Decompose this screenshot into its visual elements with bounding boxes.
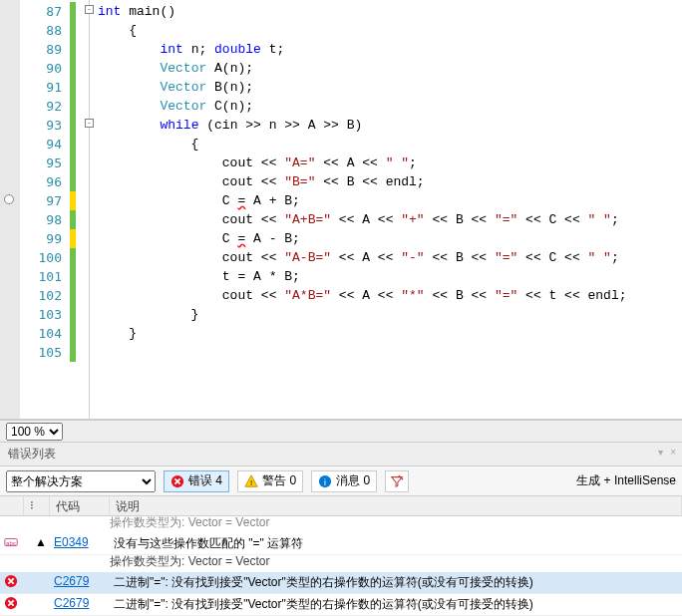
code-line[interactable]: } (98, 305, 682, 324)
line-number: 87 (20, 2, 70, 21)
filter-clear-icon (390, 474, 404, 488)
code-line[interactable]: cout << "A-B=" << A << "-" << B << "=" <… (98, 248, 682, 267)
error-icon (170, 474, 184, 488)
code-line[interactable]: while (cin >> n >> A >> B) (98, 116, 682, 135)
error-description: 二进制"=": 没有找到接受"Vector"类型的右操作数的运算符(或没有可接受… (114, 574, 678, 591)
error-row[interactable]: C2679二进制"=": 没有找到接受"Vector"类型的右操作数的运算符(或… (0, 572, 682, 594)
row-severity-icon (4, 596, 28, 610)
line-number: 89 (20, 40, 70, 59)
row-expand-icon[interactable]: ▲ (28, 535, 54, 549)
code-line[interactable]: } (98, 324, 682, 343)
zoom-bar: 100 % (0, 420, 682, 442)
col-code-header[interactable]: 代码 (50, 496, 110, 515)
svg-text:abc: abc (6, 539, 16, 546)
line-number: 99 (20, 229, 70, 248)
line-number: 102 (20, 286, 70, 305)
code-line[interactable]: Vector C(n); (98, 97, 682, 116)
line-number: 94 (20, 135, 70, 154)
code-editor[interactable]: 8788899091929394959697989910010110210310… (0, 0, 682, 420)
change-mark (70, 191, 76, 210)
line-number: 101 (20, 267, 70, 286)
generate-intellisense-label[interactable]: 生成 + IntelliSense (576, 472, 676, 489)
code-line[interactable]: cout << "A*B=" << A << "*" << B << "=" <… (98, 286, 682, 305)
code-area[interactable]: int main() { int n; double t; Vector A(n… (98, 0, 682, 419)
line-number: 91 (20, 78, 70, 97)
change-marks (70, 0, 84, 419)
code-line[interactable]: cout << "B=" << B << endl; (98, 172, 682, 191)
code-line[interactable]: cout << "A=" << A << " "; (98, 154, 682, 172)
code-line[interactable]: C = A - B; (98, 229, 682, 248)
error-row[interactable]: C2679二进制"=": 没有找到接受"Vector"类型的右操作数的运算符(或… (0, 594, 682, 616)
breakpoint-well-icon[interactable] (4, 194, 14, 204)
error-row[interactable]: abc▲E0349没有与这些操作数匹配的 "=" 运算符 (0, 533, 682, 555)
line-number: 93 (20, 116, 70, 135)
error-description: 没有与这些操作数匹配的 "=" 运算符 (114, 535, 678, 552)
warnings-tab[interactable]: ! 警告 0 (237, 470, 303, 492)
messages-tab-label: 消息 0 (336, 472, 370, 489)
error-list-columns: ⁝ 代码 说明 (0, 496, 682, 516)
errors-tab-label: 错误 4 (188, 472, 222, 489)
warnings-tab-label: 警告 0 (262, 472, 296, 489)
truncated-row: 操作数类型为: Vector = Vector (0, 516, 682, 531)
scope-select[interactable]: 整个解决方案 (6, 470, 156, 492)
row-severity-icon: abc (4, 535, 28, 549)
error-list-body[interactable]: 操作数类型为: Vector = Vectorabc▲E0349没有与这些操作数… (0, 516, 682, 616)
info-icon: i (318, 474, 332, 488)
panel-grip-icon: ▾ × (658, 447, 678, 458)
error-description: 二进制"=": 没有找到接受"Vector"类型的右操作数的运算符(或没有可接受… (114, 596, 678, 613)
warning-icon: ! (244, 474, 258, 488)
line-number: 100 (20, 248, 70, 267)
line-number: 105 (20, 343, 70, 362)
breakpoint-margin[interactable] (0, 0, 20, 419)
line-number-gutter: 8788899091929394959697989910010110210310… (20, 0, 70, 419)
clear-filter-button[interactable] (385, 470, 409, 492)
outline-toggle[interactable]: - (85, 119, 94, 128)
error-code-link[interactable]: C2679 (54, 574, 114, 588)
line-number: 96 (20, 172, 70, 191)
code-line[interactable]: Vector A(n); (98, 59, 682, 78)
error-sub-description: 操作数类型为: Vector = Vector (0, 553, 682, 570)
line-number: 92 (20, 97, 70, 116)
svg-text:!: ! (250, 477, 252, 486)
messages-tab[interactable]: i 消息 0 (311, 470, 377, 492)
line-number: 97 (20, 191, 70, 210)
code-line[interactable]: { (98, 21, 682, 40)
error-list-header[interactable]: 错误列表 ▾ × (0, 442, 682, 466)
error-code-link[interactable]: C2679 (54, 596, 114, 610)
zoom-select[interactable]: 100 % (6, 423, 63, 441)
error-list-title: 错误列表 (8, 447, 56, 461)
change-mark (70, 2, 76, 362)
line-number: 98 (20, 210, 70, 229)
code-line[interactable]: t = A * B; (98, 267, 682, 286)
code-line[interactable]: int main() (98, 2, 682, 21)
change-mark (70, 229, 76, 248)
error-code-link[interactable]: E0349 (54, 535, 114, 549)
outline-toggle[interactable]: - (85, 5, 94, 14)
col-desc-header[interactable]: 说明 (110, 496, 682, 515)
code-line[interactable]: cout << "A+B=" << A << "+" << B << "=" <… (98, 210, 682, 229)
svg-text:i: i (324, 476, 326, 486)
line-number: 95 (20, 154, 70, 172)
code-line[interactable]: int n; double t; (98, 40, 682, 59)
code-line[interactable]: C = A + B; (98, 191, 682, 210)
line-number: 104 (20, 324, 70, 343)
line-number: 103 (20, 305, 70, 324)
line-number: 90 (20, 59, 70, 78)
code-line[interactable]: Vector B(n); (98, 78, 682, 97)
error-list-toolbar: 整个解决方案 错误 4 ! 警告 0 i 消息 0 生成 + IntelliSe… (0, 466, 682, 496)
col-state[interactable]: ⁝ (24, 496, 50, 515)
code-line[interactable]: { (98, 135, 682, 154)
line-number: 88 (20, 21, 70, 40)
row-severity-icon (4, 574, 28, 588)
outline-column[interactable]: -- (84, 0, 98, 419)
errors-tab[interactable]: 错误 4 (164, 470, 229, 492)
